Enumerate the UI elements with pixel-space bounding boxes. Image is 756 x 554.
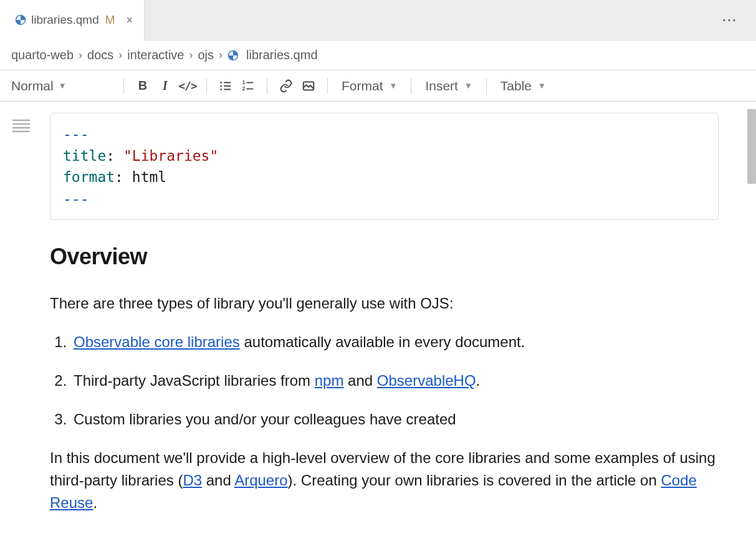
- table-menu-label: Table: [500, 79, 532, 93]
- table-menu[interactable]: Table ▼: [495, 79, 551, 93]
- editor-toolbar: Normal ▼ B I </> 1 2: [0, 70, 756, 102]
- svg-text:2: 2: [242, 86, 246, 92]
- list-item: Third-party JavaScript libraries from np…: [71, 370, 719, 392]
- insert-menu-label: Insert: [425, 79, 458, 93]
- list-item: Observable core libraries automatically …: [71, 331, 719, 353]
- list-item-text: and: [343, 372, 376, 389]
- yaml-frontmatter-block[interactable]: --- title: "Libraries" format: html ---: [50, 113, 719, 220]
- link-observable-core[interactable]: Observable core libraries: [74, 333, 240, 350]
- editor-content[interactable]: --- title: "Libraries" format: html --- …: [50, 102, 756, 553]
- link-d3[interactable]: D3: [183, 472, 202, 489]
- list-item-text: automatically available in every documen…: [240, 333, 525, 350]
- editor-area: --- title: "Libraries" format: html --- …: [0, 102, 756, 553]
- toolbar-divider: [486, 79, 487, 93]
- italic-button[interactable]: I: [155, 76, 175, 96]
- tab-close-button[interactable]: ×: [127, 14, 133, 26]
- quarto-file-icon: [15, 14, 26, 26]
- link-arquero[interactable]: Arquero: [234, 472, 287, 489]
- breadcrumb-segment[interactable]: ojs: [198, 48, 214, 62]
- caret-down-icon: ▼: [464, 81, 472, 90]
- toolbar-divider: [327, 79, 328, 93]
- link-button[interactable]: [276, 76, 296, 96]
- bold-button[interactable]: B: [133, 76, 153, 96]
- yaml-key: format: [63, 169, 115, 185]
- vertical-scrollbar[interactable]: [747, 109, 756, 184]
- svg-point-2: [220, 82, 222, 84]
- chevron-right-icon: ›: [189, 49, 193, 62]
- breadcrumb-segment[interactable]: quarto-web: [11, 48, 74, 62]
- link-npm[interactable]: npm: [315, 372, 344, 389]
- code-button[interactable]: </>: [178, 76, 198, 96]
- heading-overview: Overview: [50, 240, 719, 274]
- library-types-list: Observable core libraries automatically …: [71, 331, 719, 431]
- breadcrumb-current[interactable]: libraries.qmd: [246, 48, 317, 62]
- breadcrumb-segment[interactable]: docs: [87, 48, 113, 62]
- toolbar-divider: [411, 79, 411, 93]
- svg-point-6: [220, 88, 222, 90]
- tabbar-overflow-menu[interactable]: ⋯: [703, 11, 756, 29]
- svg-point-4: [220, 85, 222, 87]
- toolbar-divider: [206, 79, 207, 93]
- yaml-dashes: ---: [63, 191, 89, 207]
- caret-down-icon: ▼: [390, 81, 398, 90]
- insert-menu[interactable]: Insert ▼: [420, 79, 477, 93]
- image-button[interactable]: [299, 76, 318, 96]
- yaml-key: title: [63, 148, 106, 164]
- body-text: and: [202, 472, 234, 489]
- body-paragraph: In this document we'll provide a high-le…: [50, 447, 719, 514]
- yaml-dashes: ---: [63, 126, 89, 142]
- chevron-right-icon: ›: [118, 49, 122, 62]
- numbered-list-button[interactable]: 1 2: [238, 76, 258, 96]
- editor-gutter: [0, 102, 50, 553]
- intro-paragraph: There are three types of library you'll …: [50, 292, 719, 315]
- chevron-right-icon: ›: [79, 49, 82, 62]
- editor-tab[interactable]: libraries.qmd M ×: [0, 0, 145, 41]
- body-text: ). Creating your own libraries is covere…: [288, 472, 661, 489]
- yaml-value: "Libraries": [123, 148, 218, 164]
- breadcrumb-segment[interactable]: interactive: [127, 48, 184, 62]
- breadcrumb: quarto-web › docs › interactive › ojs › …: [0, 41, 756, 70]
- chevron-right-icon: ›: [219, 49, 222, 62]
- list-item: Custom libraries you and/or your colleag…: [71, 408, 719, 431]
- list-item-text: .: [476, 372, 481, 389]
- caret-down-icon: ▼: [59, 81, 67, 90]
- list-item-text: Third-party JavaScript libraries from: [74, 372, 315, 389]
- tab-bar: libraries.qmd M × ⋯: [0, 0, 756, 41]
- yaml-value: html: [132, 169, 166, 185]
- toolbar-divider: [123, 79, 124, 93]
- tab-filename: libraries.qmd: [31, 13, 99, 27]
- body-text: .: [93, 494, 97, 511]
- svg-text:1: 1: [242, 80, 246, 85]
- format-menu-label: Format: [342, 79, 383, 93]
- bullet-list-button[interactable]: [216, 76, 236, 96]
- caret-down-icon: ▼: [538, 81, 546, 90]
- paragraph-style-select[interactable]: Normal ▼: [9, 79, 115, 93]
- quarto-file-icon: [227, 50, 239, 61]
- style-select-label: Normal: [11, 79, 54, 93]
- format-menu[interactable]: Format ▼: [337, 79, 402, 93]
- link-observablehq[interactable]: ObservableHQ: [377, 372, 476, 389]
- toolbar-divider: [267, 79, 267, 93]
- tab-modified-indicator: M: [105, 13, 115, 27]
- block-handle-icon[interactable]: [12, 119, 50, 133]
